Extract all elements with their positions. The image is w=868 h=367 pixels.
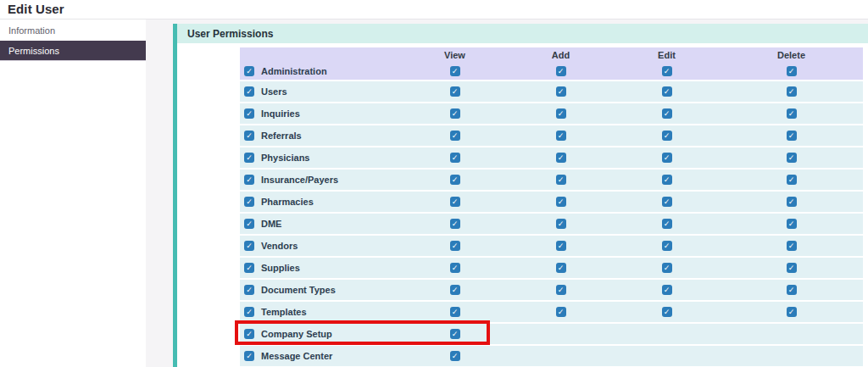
column-header-view: View xyxy=(444,50,465,60)
permission-row-label: Pharmacies xyxy=(261,197,314,207)
edit-checkbox[interactable] xyxy=(662,307,672,317)
sidebar-item-label: Permissions xyxy=(8,46,59,56)
add-checkbox[interactable] xyxy=(556,307,566,317)
permission-row-company-setup: Company Setup xyxy=(240,324,863,344)
add-checkbox[interactable] xyxy=(556,197,566,207)
add-checkbox[interactable] xyxy=(556,263,566,273)
add-checkbox[interactable] xyxy=(556,175,566,185)
row-select-checkbox[interactable] xyxy=(244,175,254,185)
sidebar: Information Permissions xyxy=(0,19,146,367)
row-select-checkbox[interactable] xyxy=(244,351,254,361)
edit-checkbox[interactable] xyxy=(662,153,672,163)
delete-checkbox[interactable] xyxy=(787,197,797,207)
row-select-checkbox[interactable] xyxy=(244,197,254,207)
user-permissions-panel: User Permissions View Add Edit Delete Ad… xyxy=(173,24,868,367)
view-checkbox[interactable] xyxy=(450,307,460,317)
row-select-checkbox[interactable] xyxy=(244,219,254,229)
view-checkbox[interactable] xyxy=(450,219,460,229)
delete-checkbox[interactable] xyxy=(787,153,797,163)
row-select-checkbox[interactable] xyxy=(244,307,254,317)
add-checkbox[interactable] xyxy=(556,66,566,76)
view-checkbox[interactable] xyxy=(450,263,460,273)
delete-checkbox[interactable] xyxy=(787,285,797,295)
view-checkbox[interactable] xyxy=(450,351,460,361)
permission-row: Users xyxy=(240,81,863,102)
row-select-checkbox[interactable] xyxy=(244,241,254,251)
view-checkbox[interactable] xyxy=(450,197,460,207)
column-header-edit: Edit xyxy=(658,50,676,60)
permission-row: DME xyxy=(240,214,863,234)
delete-checkbox[interactable] xyxy=(787,263,797,273)
permission-row: Templates xyxy=(240,302,863,322)
add-checkbox[interactable] xyxy=(556,131,566,141)
panel-header: User Permissions xyxy=(177,24,868,43)
permission-row-label: Physicians xyxy=(261,153,309,163)
add-checkbox[interactable] xyxy=(556,219,566,229)
add-checkbox[interactable] xyxy=(556,153,566,163)
row-select-checkbox[interactable] xyxy=(244,263,254,273)
sidebar-item-label: Information xyxy=(8,25,55,36)
edit-checkbox[interactable] xyxy=(662,66,672,76)
delete-checkbox[interactable] xyxy=(787,131,797,141)
sidebar-item-information[interactable]: Information xyxy=(0,19,146,41)
edit-checkbox[interactable] xyxy=(662,175,672,185)
permission-row-label: Templates xyxy=(261,307,307,317)
view-checkbox[interactable] xyxy=(450,285,460,295)
permission-row: Pharmacies xyxy=(240,192,863,212)
row-select-checkbox[interactable] xyxy=(244,131,254,141)
permission-row: Message Center xyxy=(240,346,863,366)
delete-checkbox[interactable] xyxy=(787,108,797,119)
add-checkbox[interactable] xyxy=(556,285,566,295)
row-select-checkbox[interactable] xyxy=(244,108,254,119)
row-select-checkbox[interactable] xyxy=(244,329,254,339)
permission-row-label: Users xyxy=(261,86,287,97)
delete-checkbox[interactable] xyxy=(787,66,797,76)
row-select-checkbox[interactable] xyxy=(244,153,254,163)
permission-row-label: DME xyxy=(261,219,281,229)
delete-checkbox[interactable] xyxy=(787,175,797,185)
column-header-add: Add xyxy=(552,50,570,60)
permission-row-label: Company Setup xyxy=(261,329,332,339)
edit-checkbox[interactable] xyxy=(662,263,672,273)
delete-checkbox[interactable] xyxy=(787,307,797,317)
table-header-row: View Add Edit Delete xyxy=(240,47,863,63)
permission-row-label: Document Types xyxy=(261,285,336,295)
view-checkbox[interactable] xyxy=(450,241,460,251)
permissions-table: View Add Edit Delete Administration User… xyxy=(240,47,863,366)
row-select-checkbox[interactable] xyxy=(244,86,254,97)
edit-checkbox[interactable] xyxy=(662,86,672,97)
permission-row: Referrals xyxy=(240,125,863,146)
edit-checkbox[interactable] xyxy=(662,285,672,295)
edit-checkbox[interactable] xyxy=(662,241,672,251)
row-select-checkbox[interactable] xyxy=(244,285,254,295)
edit-checkbox[interactable] xyxy=(662,108,672,119)
view-checkbox[interactable] xyxy=(450,131,460,141)
view-checkbox[interactable] xyxy=(450,329,460,339)
sidebar-item-permissions[interactable]: Permissions xyxy=(0,41,146,61)
edit-checkbox[interactable] xyxy=(662,131,672,141)
permission-row-label: Referrals xyxy=(261,131,302,141)
top-bar: Edit User xyxy=(0,0,868,19)
delete-checkbox[interactable] xyxy=(787,86,797,97)
add-checkbox[interactable] xyxy=(556,241,566,251)
page-title: Edit User xyxy=(8,2,64,16)
delete-checkbox[interactable] xyxy=(787,219,797,229)
view-checkbox[interactable] xyxy=(450,153,460,163)
edit-checkbox[interactable] xyxy=(662,219,672,229)
view-checkbox[interactable] xyxy=(450,66,460,76)
permission-row: Administration xyxy=(240,63,863,80)
view-checkbox[interactable] xyxy=(450,175,460,185)
delete-checkbox[interactable] xyxy=(787,241,797,251)
permission-row-label: Inquiries xyxy=(261,108,300,119)
permission-row: Supplies xyxy=(240,258,863,278)
add-checkbox[interactable] xyxy=(556,108,566,119)
edit-checkbox[interactable] xyxy=(662,197,672,207)
view-checkbox[interactable] xyxy=(450,108,460,119)
permission-row-label: Vendors xyxy=(261,241,298,251)
permission-row: Document Types xyxy=(240,280,863,300)
permission-row: Insurance/Payers xyxy=(240,170,863,190)
add-checkbox[interactable] xyxy=(556,86,566,97)
row-select-checkbox[interactable] xyxy=(244,66,254,76)
view-checkbox[interactable] xyxy=(450,86,460,97)
permission-row: Physicians xyxy=(240,147,863,168)
